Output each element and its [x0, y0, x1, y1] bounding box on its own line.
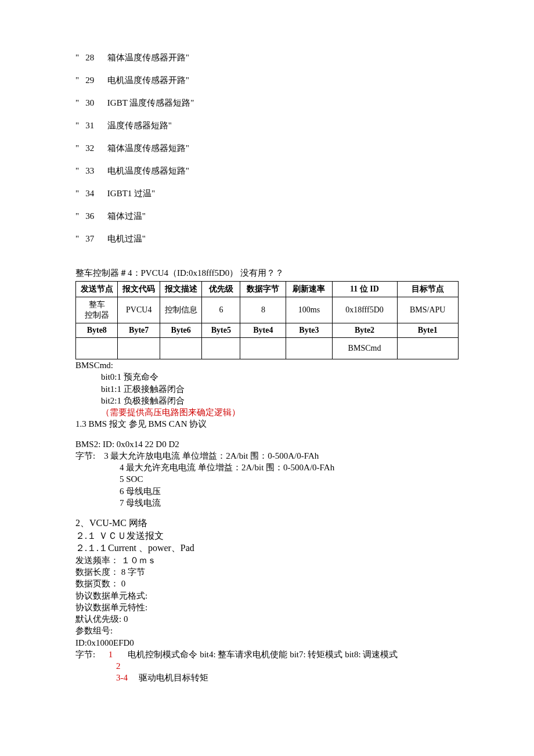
- byte-6: 6 母线电压: [75, 485, 459, 497]
- td: BMSCmd: [332, 338, 397, 359]
- list-item: " 33 电机温度传感器短路": [75, 165, 459, 177]
- td: 0x18fff5D0: [332, 297, 397, 323]
- td: 6: [202, 297, 240, 323]
- list-item: " 30 IGBT 温度传感器短路": [75, 98, 459, 109]
- list-item: " 36 箱体过温": [75, 211, 459, 222]
- list-item: " 31 温度传感器短路": [75, 120, 459, 131]
- th: Byte7: [118, 323, 160, 338]
- list-item: " 29 电机温度传感器开路": [75, 75, 459, 86]
- list-item: " 28 箱体温度传感器开路": [75, 52, 459, 63]
- th: 发送节点: [76, 282, 118, 297]
- section-1-3: 1.3 BMS 报文 参见 BMS CAN 协议: [75, 418, 459, 430]
- list-item: " 32 箱体温度传感器短路": [75, 143, 459, 154]
- td: [240, 338, 286, 359]
- th: 目标节点: [397, 282, 458, 297]
- th: Byte8: [76, 323, 118, 338]
- field-pri: 默认优先级: 0: [75, 613, 459, 625]
- field-id: ID:0x1000EFD0: [75, 637, 459, 649]
- field-grp: 参数组号:: [75, 625, 459, 636]
- th: Byte3: [286, 323, 332, 338]
- td: 8: [240, 297, 286, 323]
- th: 优先级: [202, 282, 240, 297]
- th: Byte5: [202, 323, 240, 338]
- td: 控制信息: [160, 297, 201, 323]
- byte-4: 4 最大允许充电电流 单位增益：2A/bit 围：0-500A/0-FAh: [75, 462, 459, 473]
- th: Byte1: [397, 323, 458, 338]
- td: [202, 338, 240, 359]
- th: 刷新速率: [286, 282, 332, 297]
- byte-5: 5 SOC: [75, 473, 459, 485]
- field-len: 数据长度： 8 字节: [75, 566, 459, 578]
- byte-34-num: 3-4: [116, 673, 128, 682]
- fault-code-list: " 28 箱体温度传感器开路" " 29 电机温度传感器开路" " 30 IGB…: [75, 52, 459, 244]
- field-chr: 协议数据单元特性:: [75, 602, 459, 613]
- field-freq: 发送频率： １０ｍｓ: [75, 555, 459, 566]
- byte-1-num: 1: [109, 650, 113, 659]
- list-item: " 34 IGBT1 过温": [75, 188, 459, 199]
- td: BMS/APU: [397, 297, 458, 323]
- byte-34-text: 驱动电机目标转矩: [139, 673, 208, 682]
- td: [286, 338, 332, 359]
- td: [118, 338, 160, 359]
- section-2: 2、VCU-MC 网络: [75, 517, 459, 530]
- byte-3-4: 3-4 驱动电机目标转矩: [75, 672, 459, 683]
- byte-line-1: 字节: 1 电机控制模式命令 bit4: 整车请求电机使能 bit7: 转矩模式…: [75, 649, 459, 660]
- bmscmd-bit0: bit0:1 预充命令: [75, 371, 459, 383]
- th: Byte2: [332, 323, 397, 338]
- byte-7: 7 母线电流: [75, 497, 459, 509]
- byte-3: 3 最大允许放电电流 单位增益：2A/bit 围：0-500A/0-FAh: [104, 451, 319, 460]
- pvcu4-table: 发送节点 报文代码 报文描述 优先级 数据字节 刷新速率 11 位 ID 目标节…: [75, 281, 459, 359]
- td: 100ms: [286, 297, 332, 323]
- td: [160, 338, 201, 359]
- section-2-1-1: ２.１.１Current 、power、Pad: [75, 542, 459, 555]
- bmscmd-note: （需要提供高压电路图来确定逻辑）: [75, 406, 459, 418]
- section-2-1: ２.１ ＶＣＵ发送报文: [75, 530, 459, 542]
- th: 报文描述: [160, 282, 201, 297]
- bms2-bytes: 字节: 3 最大允许放电电流 单位增益：2A/bit 围：0-500A/0-FA…: [75, 450, 459, 462]
- td: [397, 338, 458, 359]
- field-fmt: 协议数据单元格式:: [75, 590, 459, 602]
- th: Byte6: [160, 323, 201, 338]
- byte-lead: 字节:: [75, 650, 95, 659]
- list-item: " 37 电机过温": [75, 233, 459, 244]
- bms2-head: BMS2: ID: 0x0x14 22 D0 D2: [75, 438, 459, 450]
- th: 11 位 ID: [332, 282, 397, 297]
- td: 整车 控制器: [76, 297, 118, 323]
- bmscmd-bit2: bit2:1 负极接触器闭合: [75, 395, 459, 406]
- pvcu4-heading: 整车控制器＃4：PVCU4（ID:0x18fff5D0） 没有用？？: [75, 268, 459, 279]
- th: Byte4: [240, 323, 286, 338]
- byte-1-text: 电机控制模式命令 bit4: 整车请求电机使能 bit7: 转矩模式 bit8:…: [128, 650, 398, 659]
- byte-2: 2: [75, 660, 459, 672]
- th: 数据字节: [240, 282, 286, 297]
- field-pages: 数据页数： 0: [75, 578, 459, 589]
- byte-lead: 字节:: [75, 451, 95, 460]
- th: 报文代码: [118, 282, 160, 297]
- bmscmd-title: BMSCmd:: [75, 359, 459, 371]
- td: PVCU4: [118, 297, 160, 323]
- bmscmd-bit1: bit1:1 正极接触器闭合: [75, 383, 459, 395]
- td: [76, 338, 118, 359]
